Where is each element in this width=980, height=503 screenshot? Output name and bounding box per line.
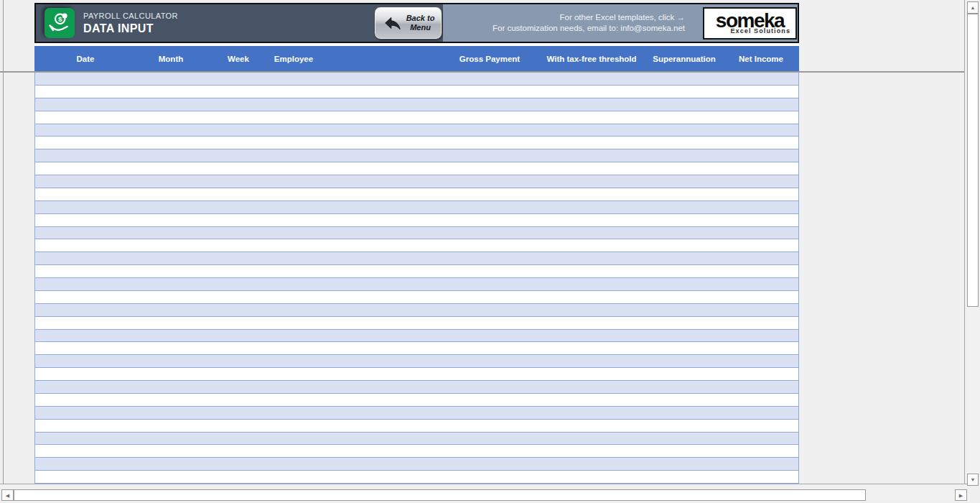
promo-text: For other Excel templates, click → For c… — [493, 12, 685, 34]
svg-text:$: $ — [58, 15, 62, 23]
column-header-net-income: Net Income — [739, 55, 783, 63]
scroll-left-button[interactable]: ◀ — [1, 489, 14, 501]
banner-title-section: $ PAYROLL CALCULATOR DATA INPUT Back to … — [36, 4, 443, 42]
table-row[interactable] — [35, 201, 798, 214]
table-row[interactable] — [35, 433, 798, 446]
page-title: DATA INPUT — [83, 22, 178, 35]
table-row[interactable] — [35, 214, 798, 227]
table-row[interactable] — [35, 381, 798, 394]
column-header-with-tax-free-threshold: With tax-free threshold — [546, 55, 636, 63]
table-row[interactable] — [35, 291, 798, 304]
table-row[interactable] — [35, 124, 798, 137]
table-row[interactable] — [35, 304, 798, 317]
table-row[interactable] — [35, 265, 798, 278]
window-left-border — [3, 0, 4, 484]
someka-tagline: Excel Solutions — [730, 27, 790, 34]
table-row[interactable] — [35, 239, 798, 252]
scroll-up-button[interactable]: ▲ — [967, 1, 979, 14]
vertical-scroll-track[interactable] — [967, 14, 979, 474]
table-row[interactable] — [35, 252, 798, 265]
back-arrow-icon — [382, 14, 403, 32]
table-row[interactable] — [35, 368, 798, 381]
scroll-right-button[interactable]: ▶ — [955, 489, 967, 501]
table-row[interactable] — [35, 175, 798, 188]
table-row[interactable] — [35, 317, 798, 330]
column-header-employee: Employee — [274, 55, 313, 63]
table-row[interactable] — [35, 458, 798, 471]
table-header-row: DateMonthWeekEmployeeGross PaymentWith t… — [34, 46, 799, 71]
payroll-dollar-hand-icon: $ — [45, 8, 75, 38]
column-header-superannuation: Superannuation — [653, 55, 716, 63]
vertical-scrollbar: ▲ ▼ — [967, 1, 979, 486]
app-title: PAYROLL CALCULATOR — [83, 11, 178, 20]
table-row[interactable] — [35, 394, 798, 407]
back-button-label: Back to Menu — [406, 14, 435, 32]
scroll-right-icon: ▶ — [959, 493, 963, 498]
promo-email-text: For customization needs, email to: info@… — [493, 24, 685, 32]
table-body — [34, 73, 799, 484]
table-row[interactable] — [35, 188, 798, 201]
scroll-left-icon: ◀ — [6, 493, 9, 498]
column-header-date: Date — [77, 55, 95, 63]
table-row[interactable] — [35, 149, 798, 162]
content-bottom-divider — [0, 484, 967, 484]
table-row[interactable] — [35, 420, 798, 433]
table-row[interactable] — [35, 86, 798, 98]
column-header-month: Month — [159, 55, 183, 63]
table-row[interactable] — [35, 355, 798, 368]
promo-templates-link[interactable]: For other Excel templates, click → — [493, 12, 685, 23]
someka-logo[interactable]: someka Excel Solutions — [703, 7, 797, 40]
table-row[interactable] — [35, 137, 798, 149]
table-row[interactable] — [35, 73, 798, 86]
table-row[interactable] — [35, 227, 798, 240]
scroll-down-button[interactable]: ▼ — [967, 474, 979, 486]
column-header-gross-payment: Gross Payment — [459, 55, 520, 63]
table-row[interactable] — [35, 471, 798, 484]
table-row[interactable] — [35, 111, 798, 124]
content-right-divider — [964, 0, 965, 484]
column-header-week: Week — [228, 55, 249, 63]
horizontal-scrollbar: ◀ ▶ — [1, 489, 967, 501]
table-row[interactable] — [35, 278, 798, 291]
table-row[interactable] — [35, 407, 798, 420]
top-banner: $ PAYROLL CALCULATOR DATA INPUT Back to … — [34, 3, 799, 43]
table-row[interactable] — [35, 98, 798, 111]
table-row[interactable] — [35, 342, 798, 355]
vertical-scroll-thumb[interactable] — [967, 14, 979, 307]
banner-promo-section: For other Excel templates, click → For c… — [443, 4, 798, 42]
scroll-down-icon: ▼ — [971, 477, 976, 482]
back-to-menu-button[interactable]: Back to Menu — [374, 6, 442, 40]
horizontal-scroll-thumb[interactable] — [14, 489, 866, 501]
scroll-up-icon: ▲ — [971, 5, 976, 10]
table-row[interactable] — [35, 162, 798, 175]
table-row[interactable] — [35, 445, 798, 458]
horizontal-scroll-track[interactable] — [14, 489, 955, 501]
table-row[interactable] — [35, 330, 798, 343]
